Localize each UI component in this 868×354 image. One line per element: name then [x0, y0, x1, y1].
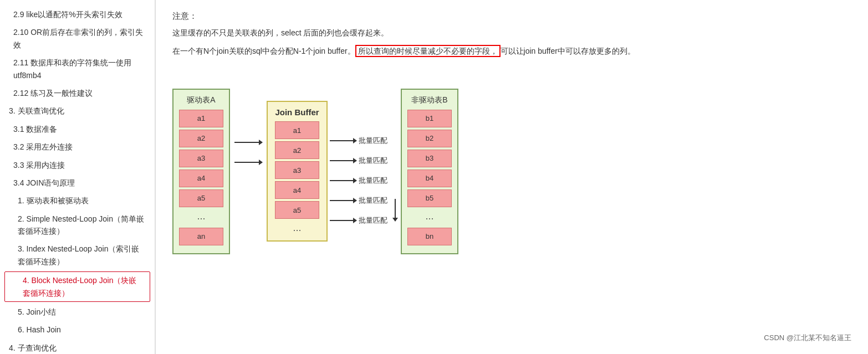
notice-highlight: 所以查询的时候尽量减少不必要的字段，	[355, 45, 501, 57]
notice-line2: 在一个有N个join关联的sql中会分配N-1个join buffer。所以查询…	[172, 44, 851, 58]
notice-title: 注意：	[172, 11, 851, 22]
match-label-2: 批量匹配	[359, 156, 387, 166]
buffer-cell-1: a1	[275, 121, 319, 139]
sidebar-item-3-4-4-active[interactable]: 4. Block Nested-Loop Join（块嵌套循环连接）	[4, 271, 150, 302]
sidebar-item-3-1[interactable]: 3.1 数据准备	[0, 120, 155, 138]
notice-line2-after: 可以让join buffer中可以存放更多的列。	[501, 47, 635, 55]
watermark: CSDN @江北某不知名逼王	[764, 333, 851, 343]
spacer	[390, 121, 401, 221]
table-b-cell-5: b5	[407, 189, 452, 207]
sidebar-item-3-4-5[interactable]: 5. Join小结	[0, 303, 155, 321]
sidebar-item-4[interactable]: 4. 子查询优化	[0, 339, 155, 354]
buffer-cell-3: a3	[275, 161, 319, 179]
arrows-a-to-buffer	[230, 71, 267, 271]
table-a-cell-3: a3	[179, 150, 223, 167]
table-a-label: 驱动表A	[187, 95, 215, 105]
table-a-cell-2: a2	[179, 130, 223, 147]
buffer-label: Join Buffer	[275, 107, 319, 117]
sidebar: 2.9 like以通配符%开头索引失效 2.10 OR前后存在非索引的列，索引失…	[0, 0, 155, 354]
table-b-cell-3: b3	[407, 150, 452, 167]
sidebar-item-2-10[interactable]: 2.10 OR前后存在非索引的列，索引失效	[0, 23, 155, 54]
sidebar-item-3-4-3[interactable]: 3. Index Nested-Loop Join（索引嵌套循环连接）	[0, 240, 155, 270]
sidebar-item-3-4-1[interactable]: 1. 驱动表和被驱动表	[0, 192, 155, 209]
table-b-cell-n: bn	[407, 228, 452, 245]
buffer-cell-4: a4	[275, 181, 319, 199]
match-label-4: 批量匹配	[359, 196, 387, 206]
notice-line2-before: 在一个有N个join关联的sql中会分配N-1个join buffer。	[172, 47, 355, 55]
table-b-cell-2: b2	[407, 130, 452, 147]
table-a-box: 驱动表A a1 a2 a3 a4 a5 ... an	[172, 89, 230, 254]
sidebar-item-2-12[interactable]: 2.12 练习及一般性建议	[0, 84, 155, 102]
sidebar-item-3[interactable]: 3. 关联查询优化	[0, 102, 155, 120]
table-b-cell-1: b1	[407, 110, 452, 127]
notice-line1: 这里缓存的不只是关联表的列，select 后面的列也会缓存起来。	[172, 26, 851, 40]
sidebar-item-3-2[interactable]: 3.2 采用左外连接	[0, 138, 155, 156]
main-content: 注意： 这里缓存的不只是关联表的列，select 后面的列也会缓存起来。 在一个…	[156, 0, 868, 354]
table-b-label: 非驱动表B	[411, 95, 447, 105]
join-buffer-box: Join Buffer a1 a2 a3 a4 a5 ...	[267, 101, 328, 242]
sidebar-item-3-4-6[interactable]: 6. Hash Join	[0, 321, 155, 338]
buffer-cell-5: a5	[275, 201, 319, 219]
sidebar-item-3-3[interactable]: 3.3 采用内连接	[0, 156, 155, 174]
match-label-3: 批量匹配	[359, 176, 387, 186]
table-b-box: 非驱动表B b1 b2 b3 b4 b5 ... bn	[401, 89, 458, 254]
sidebar-item-2-9[interactable]: 2.9 like以通配符%开头索引失效	[0, 6, 155, 23]
table-a-dots: ...	[197, 211, 205, 222]
match-label-1: 批量匹配	[359, 136, 387, 146]
buffer-dots: ...	[293, 222, 301, 234]
match-label-5: 批量匹配	[359, 216, 387, 225]
sidebar-item-3-4-2[interactable]: 2. Simple Nested-Loop Join（简单嵌套循环连接）	[0, 210, 155, 240]
match-arrows-col: 批量匹配 批量匹配 批量匹配 批量匹配 批量匹配	[328, 131, 390, 230]
notice-block: 注意： 这里缓存的不只是关联表的列，select 后面的列也会缓存起来。 在一个…	[172, 11, 851, 58]
table-a-cell-1: a1	[179, 110, 223, 127]
table-a-cell-n: an	[179, 228, 223, 245]
sidebar-item-3-4[interactable]: 3.4 JOIN语句原理	[0, 174, 155, 192]
sidebar-item-2-11[interactable]: 2.11 数据库和表的字符集统一使用utf8mb4	[0, 54, 155, 84]
join-diagram: 驱动表A a1 a2 a3 a4 a5 ... an	[172, 71, 851, 271]
table-a-cell-4: a4	[179, 170, 223, 187]
table-b-cell-4: b4	[407, 170, 452, 187]
buffer-cell-2: a2	[275, 141, 319, 159]
table-b-dots: ...	[425, 211, 433, 222]
table-a-cell-5: a5	[179, 189, 223, 207]
